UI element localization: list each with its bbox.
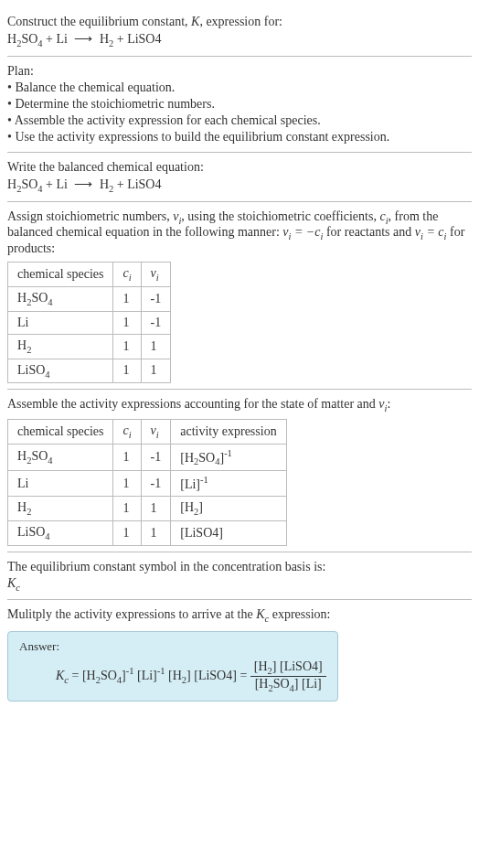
table-row: H211[H2] [8, 497, 287, 521]
reaction-balanced: H2SO4 + Li ⟶ H2 + LiSO4 [7, 177, 472, 194]
cell-ci: 1 [113, 359, 141, 383]
plan-item-4: • Use the activity expressions to build … [7, 130, 472, 145]
balanced-heading: Write the balanced chemical equation: [7, 160, 472, 175]
table-row: H211 [8, 334, 171, 359]
kc-symbol: Kc [7, 576, 472, 593]
plan-item-4-text: Use the activity expressions to build th… [15, 130, 389, 144]
activity-intro-b: : [387, 397, 390, 411]
plan-item-2-text: Determine the stoichiometric numbers. [15, 97, 215, 111]
activity-intro: Assemble the activity expressions accoun… [7, 397, 472, 413]
cell-ci: 1 [113, 311, 141, 334]
multiply-line: Mulitply the activity expressions to arr… [7, 607, 472, 624]
answer-label: Answer: [19, 639, 326, 654]
cell-species: LiSO4 [8, 520, 113, 545]
prompt-line: Construct the equilibrium constant, K, e… [7, 15, 472, 29]
cell-nui: 1 [141, 520, 171, 545]
cell-nui: -1 [141, 311, 171, 334]
col-species: chemical species [8, 420, 113, 445]
cell-species: H2SO4 [8, 286, 113, 311]
table-row: Li1-1[Li]-1 [8, 471, 287, 497]
table-row: LiSO411 [8, 359, 171, 383]
for-reactants: for reactants and [323, 225, 414, 239]
reaction-unbalanced: H2SO4 + Li ⟶ H2 + LiSO4 [7, 31, 472, 48]
cell-ci: 1 [113, 286, 141, 311]
plan-item-1: • Balance the chemical equation. [7, 80, 472, 95]
answer-box: Answer: Kc = [H2SO4]-1 [Li]-1 [H2] [LiSO… [7, 631, 338, 702]
stoich-intro: Assign stoichiometric numbers, νi, using… [7, 209, 472, 257]
col-ci: ci [113, 263, 141, 287]
c-i: ci [379, 209, 388, 223]
symbol-line: The equilibrium constant symbol in the c… [7, 560, 472, 574]
stoich-intro-a: Assign stoichiometric numbers, [7, 209, 173, 223]
activity-section: Assemble the activity expressions accoun… [7, 390, 472, 552]
table-header-row: chemical species ci νi activity expressi… [8, 420, 287, 445]
cell-activity: [H2] [171, 497, 286, 521]
table-header-row: chemical species ci νi [8, 263, 171, 287]
stoich-table: chemical species ci νi H2SO41-1 Li1-1 H2… [7, 262, 171, 383]
table-row: Li1-1 [8, 311, 171, 334]
plan-item-1-text: Balance the chemical equation. [15, 80, 175, 94]
col-ci: ci [113, 420, 141, 445]
cell-activity: [H2SO4]-1 [171, 444, 286, 470]
cell-nui: 1 [141, 359, 171, 383]
cell-ci: 1 [113, 334, 141, 359]
prompt-prefix: Construct the equilibrium constant, [7, 15, 191, 28]
k-symbol: K [191, 15, 199, 28]
cell-nui: -1 [141, 286, 171, 311]
col-nui: νi [141, 420, 171, 445]
cell-activity: [Li]-1 [171, 471, 286, 497]
col-activity: activity expression [171, 420, 286, 445]
cell-activity: [LiSO4] [171, 520, 286, 545]
answer-fraction: [H2] [LiSO4] [H2SO4] [Li] [250, 659, 326, 693]
nu-i: νi [173, 209, 181, 223]
answer-eq: = [H2SO4]-1 [Li]-1 [H2] [LiSO4] = [72, 669, 250, 682]
activity-intro-a: Assemble the activity expressions accoun… [7, 397, 378, 411]
cell-species: H2 [8, 334, 113, 359]
fraction-denominator: [H2SO4] [Li] [250, 677, 326, 693]
multiply-b: expression: [269, 607, 330, 621]
balanced-section: Write the balanced chemical equation: H2… [7, 153, 472, 202]
plan-item-3-text: Assemble the activity expression for eac… [15, 113, 321, 127]
cell-species: H2SO4 [8, 444, 113, 470]
table-row: H2SO41-1[H2SO4]-1 [8, 444, 287, 470]
stoich-section: Assign stoichiometric numbers, νi, using… [7, 202, 472, 391]
cell-ci: 1 [113, 444, 141, 470]
cell-nui: -1 [141, 444, 171, 470]
kc-answer: Kc [56, 669, 69, 682]
table-row: H2SO41-1 [8, 286, 171, 311]
cell-ci: 1 [113, 471, 141, 497]
multiply-section: Mulitply the activity expressions to arr… [7, 600, 472, 706]
cell-species: Li [8, 471, 113, 497]
activity-table: chemical species ci νi activity expressi… [7, 419, 287, 546]
plan-heading: Plan: [7, 64, 472, 79]
answer-expression: Kc = [H2SO4]-1 [Li]-1 [H2] [LiSO4] = [H2… [19, 659, 326, 693]
col-nui: νi [141, 263, 171, 287]
table-row: LiSO411[LiSO4] [8, 520, 287, 545]
multiply-a: Mulitply the activity expressions to arr… [7, 607, 256, 621]
rel-reactants: νi = −ci [282, 225, 323, 239]
kc-inline: Kc [256, 607, 269, 621]
cell-ci: 1 [113, 520, 141, 545]
rel-products: νi = ci [415, 225, 447, 239]
prompt-suffix: , expression for: [199, 15, 282, 28]
plan-item-2: • Determine the stoichiometric numbers. [7, 97, 472, 112]
stoich-intro-b: , using the stoichiometric coefficients, [181, 209, 379, 223]
plan-section: Plan: • Balance the chemical equation. •… [7, 57, 472, 153]
fraction-numerator: [H2] [LiSO4] [250, 659, 326, 677]
cell-species: Li [8, 311, 113, 334]
intro-section: Construct the equilibrium constant, K, e… [7, 7, 472, 57]
cell-species: LiSO4 [8, 359, 113, 383]
plan-item-3: • Assemble the activity expression for e… [7, 113, 472, 128]
col-species: chemical species [8, 263, 113, 287]
cell-nui: 1 [141, 497, 171, 521]
cell-nui: -1 [141, 471, 171, 497]
cell-nui: 1 [141, 334, 171, 359]
cell-ci: 1 [113, 497, 141, 521]
cell-species: H2 [8, 497, 113, 521]
symbol-section: The equilibrium constant symbol in the c… [7, 552, 472, 601]
